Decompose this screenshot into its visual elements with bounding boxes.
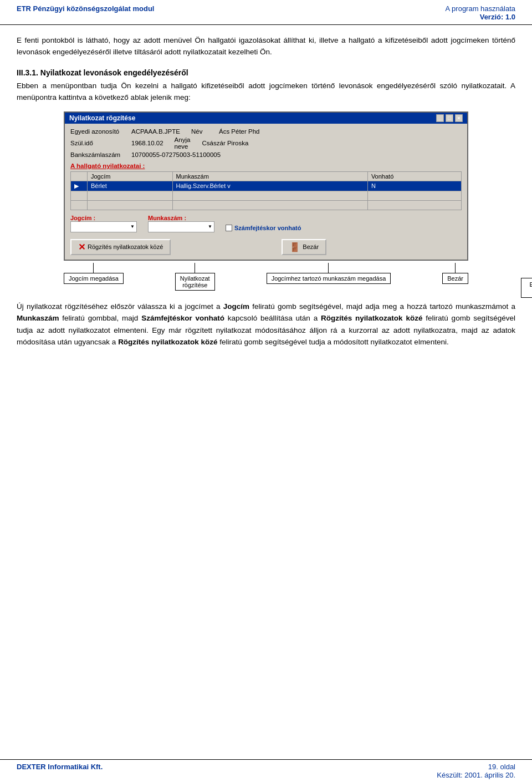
section-title: III.3.1. Nyilatkozat levonások engedélye… <box>17 68 515 77</box>
row-munkaszam: Hallig.Szerv.Bérlet v <box>172 181 367 191</box>
row-arrow: ▶ <box>71 181 88 191</box>
bank-row: Bankszámlaszám 10700055-07275003-5110000… <box>70 151 462 158</box>
bold-szamfejteskor: Számfejtéskor vonható <box>141 314 224 322</box>
callout-box: Engedélyezés/tiltás beállítása <box>521 278 532 298</box>
rogzites-label: Rögzítés nyilatkozatok közé <box>88 243 163 250</box>
section-body: Ebben a menüpontban tudja Ön kezelni a h… <box>17 80 515 104</box>
annotations-wrapper: Jogcím megadása Nyilatkozat rögzítése Jo… <box>64 263 468 291</box>
minimize-button[interactable]: _ <box>436 114 444 122</box>
egyedi-value: ACPAAA.B.JPTE <box>131 128 180 135</box>
callout-text: Engedélyezés/tiltás beállítása <box>529 281 532 294</box>
window-container: Nyilatkozat rögzítése _ □ × Egyedi azono… <box>17 111 515 291</box>
bezar-label: Bezár <box>303 243 319 250</box>
buttons-row: ✕ Rögzítés nyilatkozatok közé 🚪 Bezár <box>70 239 462 255</box>
intro-text: E fenti pontokból is látható, hogy az ad… <box>17 35 515 58</box>
ann-jogcim-label: Jogcím megadása <box>64 273 124 284</box>
controls-area: Jogcím : Munkaszám : Számfejté <box>70 215 462 232</box>
header-left: ETR Pénzügyi közönségszolgálat modul <box>17 4 154 13</box>
nev-value: Ács Péter Phd <box>219 128 260 135</box>
header-program: A program használata <box>446 4 515 13</box>
bold-munkaszam: Munkaszám <box>17 314 59 322</box>
footer-left: DEXTER Informatikai Kft. <box>17 763 103 779</box>
munkaszam-dropdown[interactable] <box>148 221 214 232</box>
footer-right: 19. oldal Készült: 2001. április 20. <box>437 763 515 779</box>
rogzites-button[interactable]: ✕ Rögzítés nyilatkozatok közé <box>70 239 171 255</box>
header-version: Verzió: 1.0 <box>446 13 515 21</box>
desc-text: Új nyilatkozat rögzítéséhez először vála… <box>17 301 515 348</box>
ann-bezar-label: Bezár <box>442 273 468 284</box>
jogcim-field-label: Jogcím : <box>70 215 137 221</box>
ann-bezar: Bezár <box>442 263 468 284</box>
page-footer: DEXTER Informatikai Kft. 19. oldal Készü… <box>0 759 532 782</box>
ann-munkaszam: Jogcímhez tartozó munkaszám megadása <box>267 263 391 284</box>
footer-date: Készült: 2001. április 20. <box>437 771 515 779</box>
bezar-button[interactable]: 🚪 Bezár <box>282 239 326 255</box>
table-row-empty1 <box>71 191 462 200</box>
hallgato-section-label: A hallgató nyilatkozatai : <box>70 163 462 169</box>
row-jogcim: Bérlet <box>88 181 173 191</box>
footer-page: 19. oldal <box>437 763 515 771</box>
bank-label: Bankszámlaszám <box>70 151 131 158</box>
bold-jogcim: Jogcím <box>223 302 249 311</box>
ann-nyilatkozat-label: Nyilatkozat rögzítése <box>175 273 215 291</box>
page-header: ETR Pénzügyi közönségszolgálat modul A p… <box>0 0 532 25</box>
checkbox-area: Számfejtéskor vonható <box>226 219 301 231</box>
ann-munkaszam-label: Jogcímhez tartozó munkaszám megadása <box>267 273 391 284</box>
vonhato-checkbox[interactable] <box>226 225 232 231</box>
bezar-icon: 🚪 <box>289 242 300 252</box>
munkaszam-field-label: Munkaszám : <box>148 215 214 221</box>
anya-label: Anyja neve <box>175 136 202 150</box>
szul-value: 1968.10.02 <box>131 140 163 146</box>
egyedi-row: Egyedi azonosító ACPAAA.B.JPTE Név Ács P… <box>70 128 462 135</box>
close-button[interactable]: × <box>455 114 463 122</box>
window-titlebar: Nyilatkozat rögzítése _ □ × <box>65 113 467 124</box>
bold-rogzites: Rögzítés nyilatkozatok közé <box>321 314 422 322</box>
col-header-vonhato: Vonható <box>367 171 461 181</box>
szul-row: Szül.idő 1968.10.02 Anyja neve Császár P… <box>70 136 462 150</box>
table-row[interactable]: ▶ Bérlet Hallig.Szerv.Bérlet v N <box>71 181 462 191</box>
vonhato-checkbox-row: Számfejtéskor vonható <box>226 225 301 231</box>
nev-label: Név <box>191 128 219 135</box>
table-row-empty2 <box>71 200 462 210</box>
anya-value: Császár Piroska <box>202 140 249 146</box>
col-header-jogcim-label: Jogcím <box>88 171 173 181</box>
szul-label: Szül.idő <box>70 140 131 146</box>
nyilatkozat-table: Jogcím Munkaszám Vonható ▶ Bérlet Hallig… <box>70 171 462 210</box>
munkaszam-control: Munkaszám : <box>148 215 214 232</box>
jogcim-control: Jogcím : <box>70 215 137 232</box>
window-body: Egyedi azonosító ACPAAA.B.JPTE Név Ács P… <box>65 124 467 260</box>
col-header-jogcim <box>71 171 88 181</box>
col-header-munkaszam: Munkaszám <box>172 171 367 181</box>
maximize-button[interactable]: □ <box>446 114 453 122</box>
page-content: E fenti pontokból is látható, hogy az ad… <box>0 25 532 359</box>
ann-nyilatkozat: Nyilatkozat rögzítése <box>175 263 215 291</box>
titlebar-buttons: _ □ × <box>436 114 463 122</box>
window-title: Nyilatkozat rögzítése <box>69 114 135 122</box>
row-vonhato: N <box>367 181 461 191</box>
bold-rogzites2: Rögzítés nyilatkozatok közé <box>118 338 217 346</box>
section-body-text: Ebben a menüpontban tudja Ön kezelni a h… <box>17 82 515 101</box>
nyilatkozat-window: Nyilatkozat rögzítése _ □ × Egyedi azono… <box>64 111 468 261</box>
bank-value: 10700055-07275003-51100005 <box>131 151 221 158</box>
vonhato-label: Számfejtéskor vonható <box>234 225 301 231</box>
egyedi-label: Egyedi azonosító <box>70 128 131 135</box>
ann-jogcim: Jogcím megadása <box>64 263 124 284</box>
header-right: A program használata Verzió: 1.0 <box>446 4 515 21</box>
x-icon: ✕ <box>78 242 85 252</box>
jogcim-dropdown[interactable] <box>70 221 137 232</box>
